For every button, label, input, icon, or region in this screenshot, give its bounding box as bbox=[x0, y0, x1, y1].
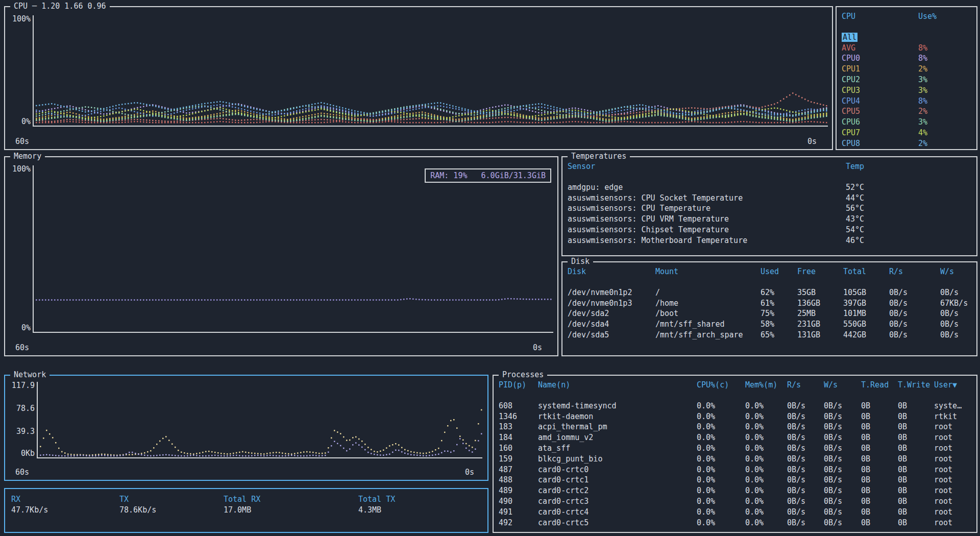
table-cell: 183 bbox=[499, 422, 538, 432]
table-row[interactable]: /dev/sda4/mnt/sff_shared58%231GB550GB0B/… bbox=[568, 319, 972, 330]
cpu-legend-row[interactable]: CPU82% bbox=[842, 138, 972, 146]
table-row[interactable]: /dev/sda5/mnt/sff_arch_spare65%131GB442G… bbox=[568, 330, 972, 340]
table-row[interactable]: 159blkcg_punt_bio0.0%0.0%0B/s0B/s0B0Broo… bbox=[499, 454, 972, 465]
proc-header-pid[interactable]: PID(p) bbox=[499, 380, 538, 391]
table-row[interactable]: 487card0-crtc00.0%0.0%0B/s0B/s0B0Broot bbox=[499, 465, 972, 475]
disk-header-free: Free bbox=[797, 266, 843, 277]
table-cell: 0.0% bbox=[697, 411, 745, 422]
selected-row-highlight: All bbox=[842, 33, 857, 42]
memory-chart bbox=[33, 165, 553, 333]
table-cell: 0.0% bbox=[745, 475, 787, 485]
table-cell: 0B/s bbox=[889, 319, 940, 330]
processes-panel-title: Processes bbox=[499, 370, 547, 379]
disk-header-total: Total bbox=[843, 266, 889, 277]
cpu-legend-row[interactable]: CPU48% bbox=[842, 96, 972, 107]
table-cell: 0.0% bbox=[745, 443, 787, 454]
table-row[interactable]: asuswmisensors: CPU VRM Temperature43°C bbox=[568, 214, 972, 225]
table-cell: 0B/s bbox=[787, 507, 824, 518]
table-row[interactable]: asuswmisensors: CPU Socket Temperature44… bbox=[568, 193, 972, 204]
tx-value: 78.6Kb/s bbox=[119, 505, 224, 516]
table-cell: 0B/s bbox=[787, 454, 824, 465]
table-row[interactable]: asuswmisensors: CPU Temperature56°C bbox=[568, 203, 972, 214]
table-cell: 0B bbox=[861, 443, 898, 454]
proc-header-tread[interactable]: T.Read bbox=[861, 380, 898, 391]
table-cell: 0.0% bbox=[745, 411, 787, 422]
cpu-legend-row-label: CPU7 bbox=[842, 128, 918, 138]
disk-panel[interactable]: Disk Disk Mount Used Free Total R/s W/s … bbox=[561, 261, 977, 356]
table-cell: 0B/s bbox=[824, 507, 861, 518]
network-y-label-1: 117.9 bbox=[8, 381, 35, 390]
table-cell: 61% bbox=[761, 298, 797, 309]
proc-header-mem[interactable]: Mem%(m) bbox=[745, 380, 787, 391]
cpu-legend-row[interactable]: CPU52% bbox=[842, 106, 972, 117]
cpu-legend-row-label: CPU6 bbox=[842, 117, 918, 128]
cpu-legend-row[interactable]: CPU33% bbox=[842, 85, 972, 96]
cpu-legend-row-value: 2% bbox=[918, 106, 972, 117]
table-cell: 0.0% bbox=[697, 454, 745, 465]
table-cell: 0.0% bbox=[697, 401, 745, 411]
table-cell: /dev/sda5 bbox=[568, 330, 655, 340]
table-row[interactable]: /dev/nvme0n1p2/62%35GB105GB0B/s0B/s bbox=[568, 287, 972, 298]
table-cell: 0B/s bbox=[824, 443, 861, 454]
table-cell: 0B/s bbox=[824, 475, 861, 485]
proc-header-twrite[interactable]: T.Write bbox=[898, 380, 934, 391]
table-cell: 0B/s bbox=[787, 465, 824, 475]
proc-header-rs[interactable]: R/s bbox=[787, 380, 824, 391]
table-row[interactable]: 1346rtkit-daemon0.0%0.0%0B/s0B/s0B0Brtki… bbox=[499, 411, 972, 422]
cpu-legend-row[interactable]: CPU74% bbox=[842, 128, 972, 138]
table-row[interactable]: 489card0-crtc20.0%0.0%0B/s0B/s0B0Broot bbox=[499, 485, 972, 496]
proc-header-name[interactable]: Name(n) bbox=[538, 380, 697, 391]
cpu-legend-row[interactable]: CPU12% bbox=[842, 64, 972, 75]
temperatures-panel[interactable]: Temperatures Sensor Temp amdgpu: edge52°… bbox=[561, 156, 977, 256]
table-cell: card0-crtc3 bbox=[538, 496, 697, 507]
table-cell: 0.0% bbox=[697, 518, 745, 528]
cpu-legend-row-value: 8% bbox=[918, 43, 972, 54]
cpu-legend-row[interactable]: CPU23% bbox=[842, 75, 972, 85]
table-cell: 0.0% bbox=[697, 422, 745, 432]
disk-header-rs: R/s bbox=[889, 266, 940, 277]
table-row[interactable]: 183acpi_thermal_pm0.0%0.0%0B/s0B/s0B0Bro… bbox=[499, 422, 972, 432]
memory-panel[interactable]: Memory 100% 0% RAM: 19% 6.0GiB/31.3GiB 6… bbox=[4, 156, 558, 356]
network-stats-panel[interactable]: RX TX Total RX Total TX 47.7Kb/s 78.6Kb/… bbox=[4, 488, 488, 533]
table-row[interactable]: 491card0-crtc40.0%0.0%0B/s0B/s0B0Broot bbox=[499, 507, 972, 518]
table-row[interactable]: asuswmisensors: Chipset Temperature54°C bbox=[568, 225, 972, 235]
cpu-legend-row-value bbox=[918, 32, 972, 43]
table-row[interactable]: 184amd_iommu_v20.0%0.0%0B/s0B/s0B0Broot bbox=[499, 432, 972, 443]
table-row[interactable]: 608systemd-timesyncd0.0%0.0%0B/s0B/s0B0B… bbox=[499, 401, 972, 411]
table-cell: 0B/s bbox=[824, 411, 861, 422]
table-cell: 0B/s bbox=[824, 496, 861, 507]
table-row[interactable]: 490card0-crtc30.0%0.0%0B/s0B/s0B0Broot bbox=[499, 496, 972, 507]
table-cell: rtkit-daemon bbox=[538, 411, 697, 422]
proc-header-user-sort[interactable]: User▼ bbox=[934, 380, 972, 391]
cpu-legend-row-label: CPU3 bbox=[842, 85, 918, 96]
cpu-legend-row[interactable]: AVG8% bbox=[842, 43, 972, 54]
table-cell: 44°C bbox=[846, 193, 972, 204]
table-cell: 0B/s bbox=[824, 485, 861, 496]
table-row[interactable]: 160ata_sff0.0%0.0%0B/s0B/s0B0Broot bbox=[499, 443, 972, 454]
table-row[interactable]: 488card0-crtc10.0%0.0%0B/s0B/s0B0Broot bbox=[499, 475, 972, 485]
network-panel[interactable]: Network 117.9 78.6 39.3 0Kb 60s 0s bbox=[4, 375, 488, 481]
network-stats-labels: RX TX Total RX Total TX bbox=[11, 494, 483, 505]
table-cell: 0B bbox=[898, 401, 934, 411]
table-row[interactable]: /dev/nvme0n1p3/home61%136GB397GB0B/s67KB… bbox=[568, 298, 972, 309]
table-cell: 0B bbox=[861, 485, 898, 496]
cpu-legend-panel[interactable]: CPU Use% AllAVG8%CPU08%CPU12%CPU23%CPU33… bbox=[836, 6, 977, 150]
cpu-legend-row[interactable]: CPU08% bbox=[842, 53, 972, 64]
cpu-legend-row[interactable]: CPU63% bbox=[842, 117, 972, 128]
table-cell: 131GB bbox=[797, 330, 843, 340]
cpu-legend-header-row: CPU Use% bbox=[842, 11, 972, 22]
table-row[interactable]: /dev/sda2/boot75%25MB101MB0B/s0B/s bbox=[568, 308, 972, 319]
table-cell: 0B/s bbox=[787, 518, 824, 528]
table-row[interactable]: amdgpu: edge52°C bbox=[568, 182, 972, 193]
cpu-panel[interactable]: CPU ─ 1.20 1.66 0.96 100% 0% 60s 0s bbox=[4, 6, 833, 150]
proc-header-cpu[interactable]: CPU%(c) bbox=[697, 380, 745, 391]
table-cell: 52°C bbox=[846, 182, 972, 193]
cpu-legend-row[interactable]: All bbox=[842, 32, 972, 43]
proc-header-ws[interactable]: W/s bbox=[824, 380, 861, 391]
table-row[interactable]: asuswmisensors: Motherboard Temperature4… bbox=[568, 235, 972, 246]
processes-panel[interactable]: Processes PID(p) Name(n) CPU%(c) Mem%(m)… bbox=[493, 375, 977, 533]
temperatures-header-row: Sensor Temp bbox=[568, 161, 972, 172]
table-row[interactable]: 492card0-crtc50.0%0.0%0B/s0B/s0B0Broot bbox=[499, 518, 972, 528]
table-cell: root bbox=[934, 443, 972, 454]
table-cell: syste… bbox=[934, 401, 972, 411]
